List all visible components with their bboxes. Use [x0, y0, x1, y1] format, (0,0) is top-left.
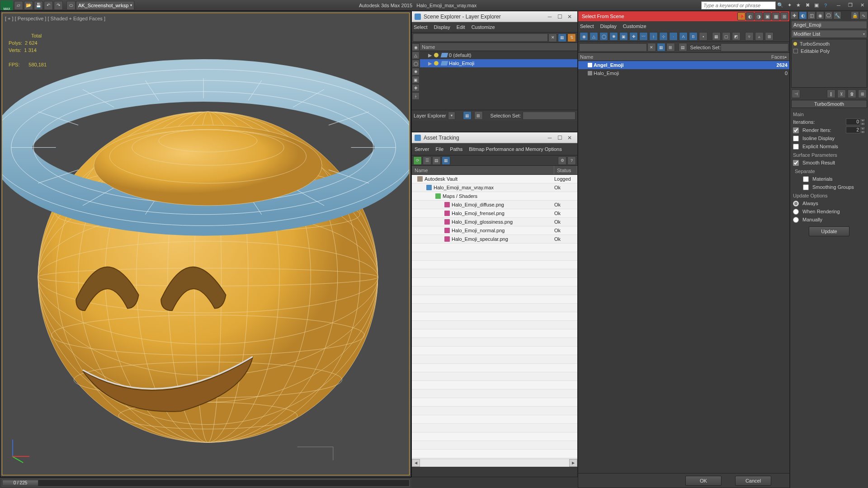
expand-icon[interactable]: ▵: [755, 32, 764, 41]
filter-geom-icon[interactable]: △: [590, 32, 598, 41]
asset-row[interactable]: Halo_Emoji_specular.pngOk: [412, 235, 577, 244]
clear-filter-icon[interactable]: ✕: [647, 43, 656, 52]
minimize-button[interactable]: ─: [833, 1, 844, 10]
table-view-icon[interactable]: ▤: [432, 156, 441, 165]
save-file-icon[interactable]: 💾: [34, 1, 43, 10]
show-end-icon[interactable]: ‖: [827, 89, 835, 98]
materials-checkbox[interactable]: [803, 176, 809, 182]
display-bone-icon[interactable]: ⟊: [412, 92, 420, 100]
hierarchy-tab-icon[interactable]: ◫: [807, 11, 816, 19]
restore-button[interactable]: ❐: [844, 1, 856, 10]
filter-cam-icon[interactable]: ▣: [619, 32, 628, 41]
close-icon[interactable]: ✕: [565, 13, 575, 21]
utilities-tab-icon[interactable]: 🔧: [833, 11, 841, 19]
tool4-icon[interactable]: ▦: [772, 12, 780, 20]
asset-row[interactable]: Halo_Emoji_max_vray.maxOk: [412, 183, 577, 192]
exchange-icon[interactable]: ✖: [803, 1, 811, 9]
layer-filter-icon[interactable]: ▤: [679, 43, 687, 52]
help-search-input[interactable]: [701, 1, 776, 9]
tree-icon[interactable]: ⊞: [765, 32, 774, 41]
maximize-icon[interactable]: ☐: [555, 13, 565, 21]
hierarchy-icon[interactable]: ⊞: [474, 111, 483, 120]
ok-button[interactable]: OK: [685, 476, 722, 486]
minimize-icon[interactable]: ─: [545, 134, 555, 142]
object-row[interactable]: Angel_Emoji2624: [578, 61, 789, 69]
menu-select[interactable]: Select: [414, 24, 428, 30]
modifier-editable-poly[interactable]: Editable Poly: [793, 47, 866, 55]
spin-up-icon[interactable]: ▲: [860, 127, 865, 130]
filter-a-icon[interactable]: A: [679, 32, 688, 41]
display-helpers-icon[interactable]: ✚: [412, 84, 420, 92]
timeline[interactable]: 0 / 225: [0, 477, 411, 488]
menu-customize[interactable]: Customize: [472, 24, 495, 30]
spin-down-icon[interactable]: ▼: [860, 122, 865, 126]
name-filter-input[interactable]: [579, 43, 647, 52]
filter-helper-icon[interactable]: ✚: [629, 32, 638, 41]
subscription-icon[interactable]: ★: [794, 1, 802, 9]
sel-invert-icon[interactable]: ◩: [732, 32, 741, 41]
refresh-icon[interactable]: ⟳: [413, 156, 422, 165]
collapse-icon[interactable]: ▿: [745, 32, 754, 41]
create-tab-icon[interactable]: ✚: [790, 11, 798, 19]
menu-display[interactable]: Display: [600, 23, 617, 29]
signin-icon[interactable]: ▣: [812, 1, 821, 9]
menu-display[interactable]: Display: [434, 24, 450, 30]
box-icon[interactable]: [793, 49, 798, 53]
manually-radio[interactable]: [793, 217, 799, 223]
make-unique-icon[interactable]: ⊻: [837, 89, 846, 98]
selection-set-input[interactable]: [721, 43, 788, 52]
spin-up-icon[interactable]: ▲: [860, 118, 865, 122]
menu-paths[interactable]: Paths: [450, 145, 462, 153]
new-file-icon[interactable]: ▱: [14, 1, 23, 10]
layer-row[interactable]: ▶Halo_Emoji: [420, 59, 577, 67]
curve-editor-icon[interactable]: ∿: [859, 11, 868, 19]
bulb-icon[interactable]: [793, 42, 797, 46]
open-file-icon[interactable]: 📂: [24, 1, 33, 10]
view-icon[interactable]: ▦: [657, 43, 665, 52]
opts-icon[interactable]: ⊞: [666, 43, 675, 52]
always-radio[interactable]: [793, 201, 799, 206]
filter-ik-icon[interactable]: ⊹: [659, 32, 668, 41]
time-slider-thumb[interactable]: 0 / 225: [2, 480, 38, 486]
asset-columns[interactable]: Name Status: [412, 166, 577, 175]
asset-row[interactable]: Halo_Emoji_glossiness.pngOk: [412, 218, 577, 226]
smoothing-groups-checkbox[interactable]: [803, 184, 809, 190]
render-iters-checkbox[interactable]: [793, 127, 799, 133]
modifier-stack[interactable]: TurboSmooth Editable Poly: [791, 39, 867, 88]
clear-filter-icon[interactable]: ✕: [548, 33, 557, 42]
tool3-icon[interactable]: ▣: [763, 12, 771, 20]
display-tab-icon[interactable]: 🖵: [825, 11, 833, 19]
layer-toggle-icon[interactable]: ▦: [463, 111, 472, 120]
pin-stack-icon[interactable]: ⊣: [792, 89, 800, 98]
display-cameras-icon[interactable]: ▣: [412, 76, 420, 84]
workspace-dropdown[interactable]: AK_Screenshot_wrksp▾: [76, 1, 134, 10]
display-shapes-icon[interactable]: ◯: [412, 60, 420, 67]
asset-row[interactable]: Maps / Shaders: [412, 192, 577, 201]
when-rendering-radio[interactable]: [793, 209, 799, 215]
asset-tracking-titlebar[interactable]: Asset Tracking ─ ☐ ✕: [412, 132, 577, 143]
sel-none-icon[interactable]: ▢: [722, 32, 731, 41]
cancel-button[interactable]: Cancel: [735, 476, 771, 486]
display-lights-icon[interactable]: ✺: [412, 68, 420, 75]
sfs-list-header[interactable]: Name Faces ▴: [578, 53, 789, 61]
object-row[interactable]: Halo_Emoji0: [578, 69, 789, 77]
remove-mod-icon[interactable]: 🗑: [848, 89, 856, 98]
spin-down-icon[interactable]: ▼: [860, 130, 865, 134]
time-slider[interactable]: 0 / 225: [2, 479, 410, 487]
render-iters-spinner[interactable]: ▲▼: [846, 127, 865, 134]
filter-c-icon[interactable]: ▪: [699, 32, 708, 41]
filter-input[interactable]: [413, 33, 548, 42]
search-icon[interactable]: 🔍: [776, 1, 784, 9]
redo-icon[interactable]: ↷: [54, 1, 63, 10]
motion-tab-icon[interactable]: ◉: [816, 11, 824, 19]
isoline-checkbox[interactable]: [793, 136, 799, 141]
minimize-icon[interactable]: ─: [545, 13, 555, 21]
explicit-checkbox[interactable]: [793, 144, 799, 150]
iterations-input[interactable]: [846, 118, 860, 125]
iterations-spinner[interactable]: ▲▼: [846, 118, 865, 126]
menu-server[interactable]: Server: [415, 145, 429, 153]
render-iters-input[interactable]: [846, 127, 860, 133]
menu-select[interactable]: Select: [580, 23, 594, 29]
help-icon[interactable]: ?: [567, 156, 576, 165]
display-geom-icon[interactable]: △: [412, 52, 420, 59]
